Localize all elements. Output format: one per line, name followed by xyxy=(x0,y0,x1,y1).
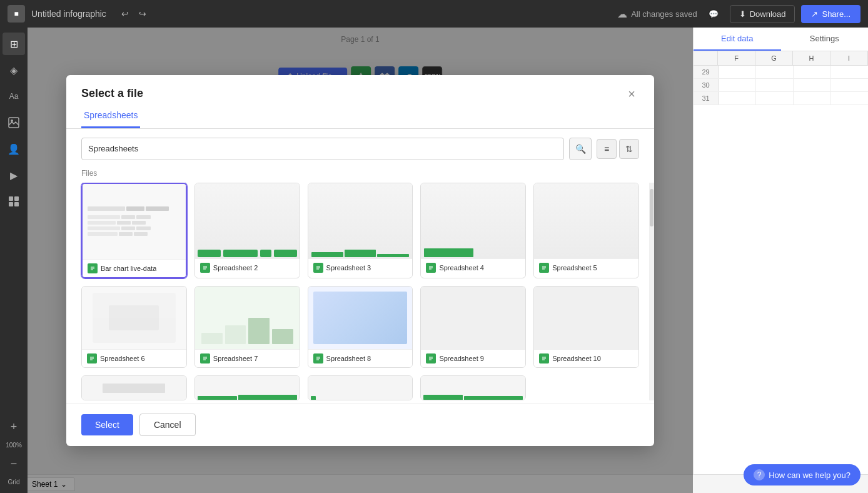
tab-edit-data[interactable]: Edit data xyxy=(694,28,781,51)
help-icon: ? xyxy=(754,469,765,480)
svg-rect-3 xyxy=(14,196,19,201)
sidebar-item-people[interactable]: 👤 xyxy=(3,138,25,160)
select-file-modal: Select a file × Spreadsheets 🔍 ≡ xyxy=(66,75,654,446)
svg-rect-5 xyxy=(14,202,19,206)
share-button[interactable]: ↗ Share... xyxy=(801,5,860,23)
file-card-footer-7: Spreadsheet 7 xyxy=(195,349,300,367)
sheets-icon-3 xyxy=(313,263,323,273)
file-name-10: Spreadsheet 10 xyxy=(552,355,601,362)
chat-button[interactable]: 💬 xyxy=(704,7,724,21)
cell-h29[interactable] xyxy=(794,66,831,78)
file-card-8[interactable]: Spreadsheet 8 xyxy=(308,286,413,368)
help-badge[interactable]: ? How can we help you? xyxy=(744,464,860,485)
topbar: ■ Untitled infographic ↩ ↪ ☁ All changes… xyxy=(0,0,868,28)
file-name-4: Spreadsheet 4 xyxy=(439,264,484,272)
cell-h30[interactable] xyxy=(794,79,831,91)
cell-g30[interactable] xyxy=(756,79,794,91)
right-panel: Edit data Settings F G H I 29 30 xyxy=(693,28,868,493)
files-section-label: Files xyxy=(66,169,654,183)
file-name-1: Bar chart live-data xyxy=(101,265,156,272)
sheets-icon-5 xyxy=(539,263,549,273)
sidebar-item-image[interactable] xyxy=(3,111,25,134)
file-card-footer-10: Spreadsheet 10 xyxy=(534,349,638,367)
cell-g31[interactable] xyxy=(756,92,794,104)
sidebar-item-layers[interactable]: ◈ xyxy=(3,59,25,81)
list-view-button[interactable]: ≡ xyxy=(597,139,617,159)
col-header-g: G xyxy=(755,51,793,65)
sheets-icon-1 xyxy=(88,263,98,273)
file-card-5[interactable]: Spreadsheet 5 xyxy=(533,183,639,278)
tab-settings[interactable]: Settings xyxy=(781,28,869,51)
file-card-10[interactable]: Spreadsheet 10 xyxy=(533,286,639,368)
save-status: ☁ All changes saved xyxy=(617,8,697,20)
cell-h31[interactable] xyxy=(794,92,831,104)
search-button[interactable]: 🔍 xyxy=(569,138,592,160)
scrollbar-thumb[interactable] xyxy=(650,189,654,226)
sheets-icon-8 xyxy=(313,353,323,363)
file-card-11[interactable] xyxy=(81,375,187,400)
file-card-7[interactable]: Spreadsheet 7 xyxy=(194,286,300,368)
search-input[interactable] xyxy=(81,138,564,160)
col-header-f: F xyxy=(718,51,755,65)
file-card-9[interactable]: Spreadsheet 9 xyxy=(420,286,526,368)
cell-i31[interactable] xyxy=(831,92,868,104)
sidebar-item-grid[interactable] xyxy=(3,190,25,213)
sheets-icon-2 xyxy=(200,263,210,273)
svg-rect-2 xyxy=(9,196,13,201)
col-header-i: I xyxy=(830,51,868,65)
sidebar-item-dashboard[interactable]: ⊞ xyxy=(3,33,25,55)
file-card-13[interactable] xyxy=(308,375,413,400)
file-card-12[interactable] xyxy=(194,375,300,400)
undo-button[interactable]: ↩ xyxy=(118,6,133,21)
document-title: Untitled infographic xyxy=(31,9,106,19)
sheets-icon-7 xyxy=(200,353,210,363)
zoom-out-button[interactable]: − xyxy=(3,452,25,475)
file-card-2[interactable]: Spreadsheet 2 xyxy=(194,183,300,278)
sheets-icon-9 xyxy=(426,353,436,363)
undo-redo-group: ↩ ↪ xyxy=(118,6,150,21)
file-card-3[interactable]: Spreadsheet 3 xyxy=(308,183,413,278)
table-row: 29 xyxy=(694,66,868,79)
search-icon: 🔍 xyxy=(575,144,586,154)
file-card-footer-4: Spreadsheet 4 xyxy=(421,258,525,277)
sidebar-item-video[interactable]: ▶ xyxy=(3,164,25,186)
modal-tabs: Spreadsheets xyxy=(66,104,654,129)
tab-spreadsheets[interactable]: Spreadsheets xyxy=(81,104,140,128)
modal-close-button[interactable]: × xyxy=(624,86,639,101)
grid-label: Grid xyxy=(8,479,20,485)
left-sidebar: ⊞ ◈ Aa 👤 ▶ + 100% − Grid xyxy=(0,28,28,493)
scrollbar-track[interactable] xyxy=(649,183,654,400)
cell-f31[interactable] xyxy=(719,92,756,104)
cell-i29[interactable] xyxy=(831,66,868,78)
file-name-3: Spreadsheet 3 xyxy=(326,264,371,272)
file-name-6: Spreadsheet 6 xyxy=(100,355,145,362)
file-card-4[interactable]: Spreadsheet 4 xyxy=(420,183,526,278)
files-grid: Bar chart live-data xyxy=(66,183,654,400)
file-card-6[interactable]: Spreadsheet 6 xyxy=(81,286,187,368)
share-icon: ↗ xyxy=(811,9,818,19)
file-name-5: Spreadsheet 5 xyxy=(552,264,597,272)
chat-icon: 💬 xyxy=(709,9,719,19)
file-name-8: Spreadsheet 8 xyxy=(326,355,371,362)
cancel-button[interactable]: Cancel xyxy=(139,414,196,436)
main-layout: ⊞ ◈ Aa 👤 ▶ + 100% − Grid Page 1 of 1 ⬆ U… xyxy=(0,28,868,493)
sort-icon: ⇅ xyxy=(625,144,633,154)
cell-f29[interactable] xyxy=(719,66,756,78)
sort-button[interactable]: ⇅ xyxy=(619,139,639,159)
sidebar-item-text[interactable]: Aa xyxy=(3,85,25,108)
col-header-h: H xyxy=(793,51,830,65)
file-card-footer-1: Bar chart live-data xyxy=(83,259,186,277)
sidebar-add-button[interactable]: + xyxy=(3,415,25,438)
zoom-level: 100% xyxy=(6,442,22,449)
cell-f30[interactable] xyxy=(719,79,756,91)
cell-g29[interactable] xyxy=(756,66,794,78)
cloud-icon: ☁ xyxy=(617,8,627,20)
file-card-14[interactable] xyxy=(420,375,526,400)
select-button[interactable]: Select xyxy=(81,414,133,435)
file-card-footer-2: Spreadsheet 2 xyxy=(195,258,300,277)
redo-button[interactable]: ↪ xyxy=(135,6,150,21)
file-card-1[interactable]: Bar chart live-data xyxy=(81,183,187,278)
cell-i30[interactable] xyxy=(831,79,868,91)
table-row: 30 xyxy=(694,79,868,92)
download-button[interactable]: ⬇ Download xyxy=(730,5,795,23)
